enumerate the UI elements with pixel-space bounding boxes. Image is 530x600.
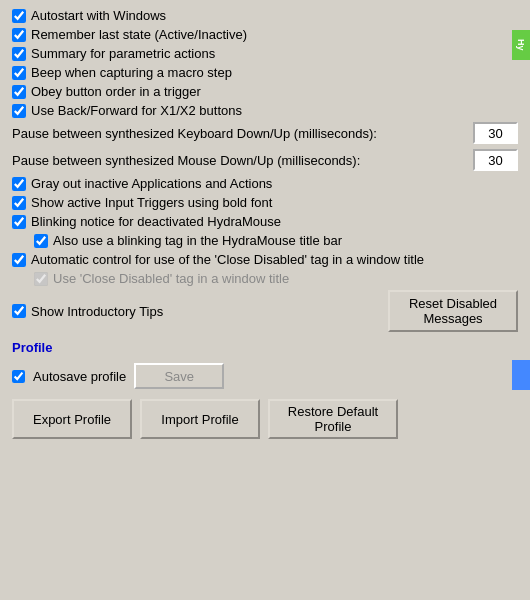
- checkbox-showtips: Show Introductory Tips: [12, 304, 163, 319]
- checkbox-blinking-input[interactable]: [12, 215, 26, 229]
- checkbox-obey: Obey button order in a trigger: [12, 84, 518, 99]
- checkbox-backforward: Use Back/Forward for X1/X2 buttons: [12, 103, 518, 118]
- checkbox-backforward-input[interactable]: [12, 104, 26, 118]
- checkbox-autocontrol-input[interactable]: [12, 253, 26, 267]
- checkbox-autosave-label: Autosave profile: [33, 369, 126, 384]
- checkbox-blinking-sub-input[interactable]: [34, 234, 48, 248]
- pause-keyboard-input[interactable]: [473, 122, 518, 144]
- checkbox-autostart: Autostart with Windows: [12, 8, 518, 23]
- checkbox-summary: Summary for parametric actions: [12, 46, 518, 61]
- checkbox-showactive-label: Show active Input Triggers using bold fo…: [31, 195, 272, 210]
- save-button[interactable]: Save: [134, 363, 224, 389]
- checkbox-autostart-input[interactable]: [12, 9, 26, 23]
- checkbox-backforward-label: Use Back/Forward for X1/X2 buttons: [31, 103, 242, 118]
- checkbox-grayout-input[interactable]: [12, 177, 26, 191]
- restore-default-profile-button[interactable]: Restore Default Profile: [268, 399, 398, 439]
- checkbox-grayout: Gray out inactive Applications and Actio…: [12, 176, 518, 191]
- checkbox-disabled-label: Use 'Close Disabled' tag in a window tit…: [53, 271, 289, 286]
- pause-keyboard-row: Pause between synthesized Keyboard Down/…: [12, 122, 518, 144]
- checkbox-showactive-input[interactable]: [12, 196, 26, 210]
- right-accent-blue: [512, 360, 530, 390]
- checkbox-autocontrol: Automatic control for use of the 'Close …: [12, 252, 518, 267]
- pause-mouse-input[interactable]: [473, 149, 518, 171]
- bottom-buttons: Export Profile Import Profile Restore De…: [12, 399, 518, 439]
- checkbox-rememberlast: Remember last state (Active/Inactive): [12, 27, 518, 42]
- checkbox-showtips-label: Show Introductory Tips: [31, 304, 163, 319]
- checkbox-grayout-label: Gray out inactive Applications and Actio…: [31, 176, 272, 191]
- checkbox-showtips-input[interactable]: [12, 304, 26, 318]
- checkbox-beep-label: Beep when capturing a macro step: [31, 65, 232, 80]
- pause-keyboard-label: Pause between synthesized Keyboard Down/…: [12, 126, 467, 141]
- checkbox-blinking-label: Blinking notice for deactivated HydraMou…: [31, 214, 281, 229]
- pause-mouse-label: Pause between synthesized Mouse Down/Up …: [12, 153, 467, 168]
- right-accent-green: Hy: [512, 30, 530, 60]
- checkbox-summary-label: Summary for parametric actions: [31, 46, 215, 61]
- checkbox-rememberlast-input[interactable]: [12, 28, 26, 42]
- checkbox-blinking: Blinking notice for deactivated HydraMou…: [12, 214, 518, 229]
- export-profile-button[interactable]: Export Profile: [12, 399, 132, 439]
- checkbox-disabled-input: [34, 272, 48, 286]
- pause-mouse-row: Pause between synthesized Mouse Down/Up …: [12, 149, 518, 171]
- main-container: Hy Autostart with Windows Remember last …: [0, 0, 530, 600]
- checkbox-disabled: Use 'Close Disabled' tag in a window tit…: [34, 271, 518, 286]
- profile-section-title: Profile: [12, 340, 518, 355]
- checkbox-beep-input[interactable]: [12, 66, 26, 80]
- autosave-row: Autosave profile Save: [12, 363, 518, 389]
- checkbox-autosave-input[interactable]: [12, 370, 25, 383]
- checkbox-blinking-sub: Also use a blinking tag in the HydraMous…: [34, 233, 518, 248]
- reset-disabled-messages-button[interactable]: Reset Disabled Messages: [388, 290, 518, 332]
- checkbox-obey-input[interactable]: [12, 85, 26, 99]
- checkbox-summary-input[interactable]: [12, 47, 26, 61]
- profile-section: Profile Autosave profile Save Export Pro…: [12, 340, 518, 439]
- checkbox-rememberlast-label: Remember last state (Active/Inactive): [31, 27, 247, 42]
- checkbox-showactive: Show active Input Triggers using bold fo…: [12, 195, 518, 210]
- checkbox-autostart-label: Autostart with Windows: [31, 8, 166, 23]
- checkbox-obey-label: Obey button order in a trigger: [31, 84, 201, 99]
- checkbox-blinking-sub-label: Also use a blinking tag in the HydraMous…: [53, 233, 342, 248]
- checkbox-autocontrol-label: Automatic control for use of the 'Close …: [31, 252, 424, 267]
- import-profile-button[interactable]: Import Profile: [140, 399, 260, 439]
- checkbox-beep: Beep when capturing a macro step: [12, 65, 518, 80]
